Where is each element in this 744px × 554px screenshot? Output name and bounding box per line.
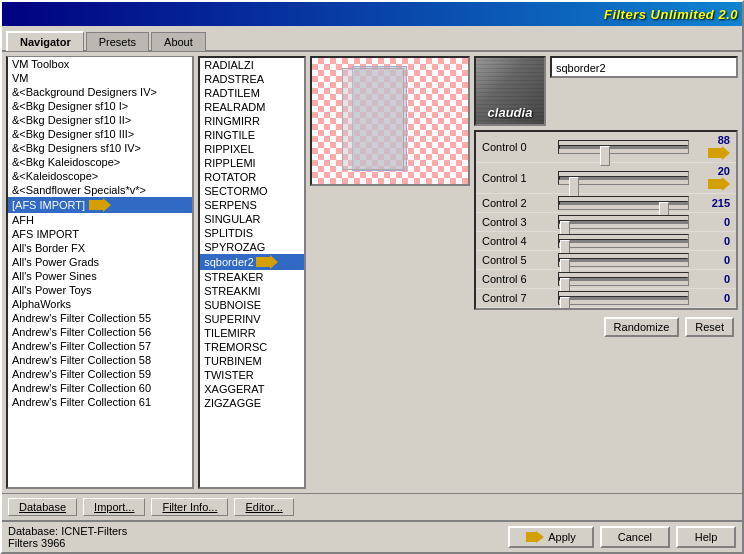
apply-button[interactable]: Apply [508, 526, 594, 548]
list-item-afs-import[interactable]: [AFS IMPORT] [8, 197, 192, 213]
filter-item-sqborder2[interactable]: sqborder2 [200, 254, 304, 270]
control-slider-3[interactable] [558, 215, 689, 229]
list-item[interactable]: Andrew's Filter Collection 60 [8, 381, 192, 395]
filter-item[interactable]: TURBINEM [200, 354, 304, 368]
filter-item[interactable]: RIPPIXEL [200, 142, 304, 156]
control-slider-2[interactable] [558, 196, 689, 210]
list-item[interactable]: &<Bkg Designer sf10 I> [8, 99, 192, 113]
filter-item[interactable]: REALRADM [200, 100, 304, 114]
arrow-icon-c1 [708, 177, 730, 191]
list-item[interactable]: Andrew's Filter Collection 57 [8, 339, 192, 353]
content-area: VM Toolbox VM &<Background Designers IV>… [2, 52, 742, 493]
filter-item[interactable]: SERPENS [200, 198, 304, 212]
list-item[interactable]: &<Bkg Designer sf10 II> [8, 113, 192, 127]
list-item[interactable]: All's Border FX [8, 241, 192, 255]
list-item[interactable]: &<Bkg Kaleidoscope> [8, 155, 192, 169]
list-item[interactable]: &<Bkg Designers sf10 IV> [8, 141, 192, 155]
list-item[interactable]: VM [8, 71, 192, 85]
control-row-4: Control 4 0 [476, 232, 736, 251]
filter-item[interactable]: TREMORSC [200, 340, 304, 354]
svg-marker-3 [708, 177, 730, 191]
list-item[interactable]: &<Background Designers IV> [8, 85, 192, 99]
filter-item[interactable]: RINGMIRR [200, 114, 304, 128]
svg-marker-4 [526, 531, 544, 543]
list-item[interactable]: Andrew's Filter Collection 59 [8, 367, 192, 381]
filter-item[interactable]: STREAKMI [200, 284, 304, 298]
filter-item[interactable]: SECTORMO [200, 184, 304, 198]
filter-info-button[interactable]: Filter Info... [151, 498, 228, 516]
filter-item[interactable]: SPLITDIS [200, 226, 304, 240]
filters-label: Filters [8, 537, 38, 549]
list-item[interactable]: Andrew's Filter Collection 61 [8, 395, 192, 409]
control-row-6: Control 6 0 [476, 270, 736, 289]
list-item[interactable]: AlphaWorks [8, 297, 192, 311]
filter-item[interactable]: SPYROZAG [200, 240, 304, 254]
control-slider-6[interactable] [558, 272, 689, 286]
list-item[interactable]: &<Bkg Designer sf10 III> [8, 127, 192, 141]
filter-item[interactable]: ROTATOR [200, 170, 304, 184]
list-item[interactable]: All's Power Toys [8, 283, 192, 297]
apply-arrow-icon [526, 531, 544, 543]
help-button[interactable]: Help [676, 526, 736, 548]
list-item[interactable]: &<Sandflower Specials*v*> [8, 183, 192, 197]
control-label-1: Control 1 [482, 172, 552, 184]
randomize-reset-row: Randomize Reset [474, 314, 738, 340]
filter-item[interactable]: RADIALZI [200, 58, 304, 72]
filter-item[interactable]: SUPERINV [200, 312, 304, 326]
control-label-7: Control 7 [482, 292, 552, 304]
filter-item[interactable]: RADSTREA [200, 72, 304, 86]
main-window: Filters Unlimited 2.0 Navigator Presets … [0, 0, 744, 554]
reset-button[interactable]: Reset [685, 317, 734, 337]
filter-item[interactable]: STREAKER [200, 270, 304, 284]
control-label-3: Control 3 [482, 216, 552, 228]
filter-name-display: sqborder2 [550, 56, 738, 78]
control-slider-4[interactable] [558, 234, 689, 248]
control-label-5: Control 5 [482, 254, 552, 266]
database-value: ICNET-Filters [61, 525, 127, 537]
filter-item[interactable]: RINGTILE [200, 128, 304, 142]
filter-item[interactable]: ZIGZAGGE [200, 396, 304, 410]
control-slider-7[interactable] [558, 291, 689, 305]
tab-navigator[interactable]: Navigator [6, 31, 84, 51]
editor-button[interactable]: Editor... [234, 498, 293, 516]
list-item[interactable]: AFH [8, 213, 192, 227]
list-item[interactable]: VM Toolbox [8, 57, 192, 71]
status-buttons: Apply Cancel Help [508, 526, 736, 548]
svg-marker-2 [708, 146, 730, 160]
list-item[interactable]: Andrew's Filter Collection 56 [8, 325, 192, 339]
import-button[interactable]: Import... [83, 498, 145, 516]
filter-item[interactable]: SUBNOISE [200, 298, 304, 312]
status-bar: Database: ICNET-Filters Filters 3966 App… [2, 520, 742, 552]
filter-item[interactable]: XAGGERAT [200, 382, 304, 396]
control-label-6: Control 6 [482, 273, 552, 285]
list-item[interactable]: AFS IMPORT [8, 227, 192, 241]
list-item[interactable]: &<Kaleidoscope> [8, 169, 192, 183]
control-slider-0[interactable] [558, 140, 689, 154]
preview-row: claudia sqborder2 Control 0 [310, 56, 738, 340]
randomize-button[interactable]: Randomize [604, 317, 680, 337]
list-item[interactable]: Andrew's Filter Collection 55 [8, 311, 192, 325]
filter-list[interactable]: RADIALZI RADSTREA RADTILEM REALRADM RING… [198, 56, 306, 489]
control-row-5: Control 5 0 [476, 251, 736, 270]
list-item[interactable]: All's Power Sines [8, 269, 192, 283]
database-button[interactable]: Database [8, 498, 77, 516]
list-item[interactable]: Andrew's Filter Collection 58 [8, 353, 192, 367]
tab-about[interactable]: About [151, 32, 206, 51]
control-value-7: 0 [695, 292, 730, 304]
cancel-button[interactable]: Cancel [600, 526, 670, 548]
list-item[interactable]: All's Power Grads [8, 255, 192, 269]
control-label-2: Control 2 [482, 197, 552, 209]
control-slider-1[interactable] [558, 171, 689, 185]
arrow-icon [89, 198, 111, 212]
filter-item[interactable]: RIPPLEMI [200, 156, 304, 170]
filter-item[interactable]: SINGULAR [200, 212, 304, 226]
arrow-icon-2 [256, 255, 278, 269]
category-list[interactable]: VM Toolbox VM &<Background Designers IV>… [6, 56, 194, 489]
svg-marker-1 [256, 255, 278, 269]
right-panel: claudia sqborder2 Control 0 [310, 56, 738, 489]
control-slider-5[interactable] [558, 253, 689, 267]
filter-item[interactable]: RADTILEM [200, 86, 304, 100]
filter-item[interactable]: TWISTER [200, 368, 304, 382]
tab-presets[interactable]: Presets [86, 32, 149, 51]
filter-item[interactable]: TILEMIRR [200, 326, 304, 340]
